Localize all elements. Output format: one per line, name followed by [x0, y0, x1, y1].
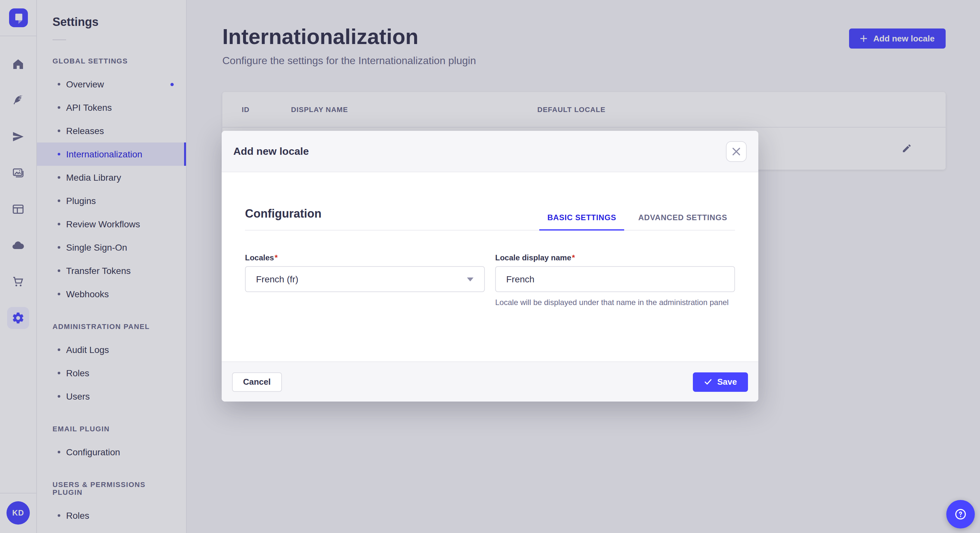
- configuration-heading: Configuration: [245, 207, 321, 230]
- required-mark: *: [275, 253, 277, 262]
- cancel-button[interactable]: Cancel: [232, 372, 282, 392]
- add-locale-modal: Add new locale Configuration BASIC SETTI…: [222, 131, 758, 401]
- locale-display-name-input[interactable]: [495, 266, 735, 292]
- settings-tabs: BASIC SETTINGS ADVANCED SETTINGS: [533, 213, 735, 230]
- help-button[interactable]: [946, 500, 975, 528]
- tab-basic-settings[interactable]: BASIC SETTINGS: [539, 213, 624, 230]
- locales-select-value: French (fr): [256, 274, 299, 284]
- locales-label: Locales: [245, 253, 274, 262]
- tab-advanced-settings[interactable]: ADVANCED SETTINGS: [630, 213, 735, 230]
- required-mark: *: [572, 253, 575, 262]
- locales-select[interactable]: French (fr): [245, 266, 485, 292]
- close-icon: [732, 147, 741, 156]
- check-icon: [703, 378, 712, 386]
- save-button[interactable]: Save: [692, 372, 748, 392]
- close-button[interactable]: [726, 141, 747, 162]
- display-name-hint: Locale will be displayed under that name…: [495, 297, 735, 309]
- question-mark-icon: [953, 507, 968, 521]
- display-name-label: Locale display name: [495, 253, 571, 262]
- chevron-down-icon: [467, 277, 474, 281]
- strapi-settings-app: KD Settings GLOBAL SETTINGS Overview API…: [0, 0, 980, 533]
- modal-title: Add new locale: [233, 145, 309, 157]
